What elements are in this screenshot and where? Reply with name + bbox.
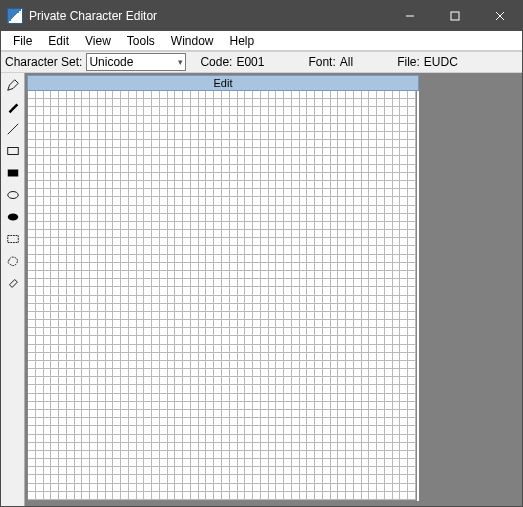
menu-file[interactable]: File [5,32,40,50]
code-label: Code: [200,55,232,69]
menu-view[interactable]: View [77,32,119,50]
character-grid[interactable] [27,91,417,501]
ellipse-fill-tool[interactable] [3,207,23,227]
workspace: Edit [1,73,522,506]
pencil-tool[interactable] [3,75,23,95]
ellipse-outline-tool[interactable] [3,185,23,205]
rectangle-fill-tool[interactable] [3,163,23,183]
window-controls [387,1,522,31]
file-value: EUDC [424,55,458,69]
window-title: Private Character Editor [29,9,387,23]
edit-panel-header: Edit [27,75,419,91]
brush-tool[interactable] [3,97,23,117]
svg-point-7 [7,192,18,199]
minimize-button[interactable] [387,1,432,31]
code-value: E001 [236,55,264,69]
edit-area: Edit [25,73,522,506]
font-label: Font: [308,55,335,69]
line-tool[interactable] [3,119,23,139]
freeform-select-tool[interactable] [3,251,23,271]
font-value: All [340,55,353,69]
svg-point-8 [7,214,18,221]
chevron-down-icon: ▾ [178,57,183,67]
file-label: File: [397,55,420,69]
info-bar: Character Set: Unicode ▾ Code: E001 Font… [1,51,522,73]
menu-edit[interactable]: Edit [40,32,77,50]
menubar: File Edit View Tools Window Help [1,31,522,51]
titlebar: Private Character Editor [1,1,522,31]
maximize-button[interactable] [432,1,477,31]
menu-help[interactable]: Help [222,32,263,50]
charset-dropdown[interactable]: Unicode ▾ [86,53,186,71]
menu-tools[interactable]: Tools [119,32,163,50]
svg-rect-1 [451,12,459,20]
charset-label: Character Set: [5,55,82,69]
svg-rect-9 [7,236,18,243]
edit-panel: Edit [27,75,419,501]
menu-window[interactable]: Window [163,32,222,50]
rectangular-select-tool[interactable] [3,229,23,249]
toolbox [1,73,25,506]
svg-rect-5 [7,148,18,155]
rectangle-outline-tool[interactable] [3,141,23,161]
eraser-tool[interactable] [3,273,23,293]
svg-line-4 [7,124,18,135]
app-icon [7,8,23,24]
svg-rect-6 [7,170,18,177]
charset-value: Unicode [89,55,133,69]
close-button[interactable] [477,1,522,31]
app-window: Private Character Editor File Edit View … [0,0,523,507]
